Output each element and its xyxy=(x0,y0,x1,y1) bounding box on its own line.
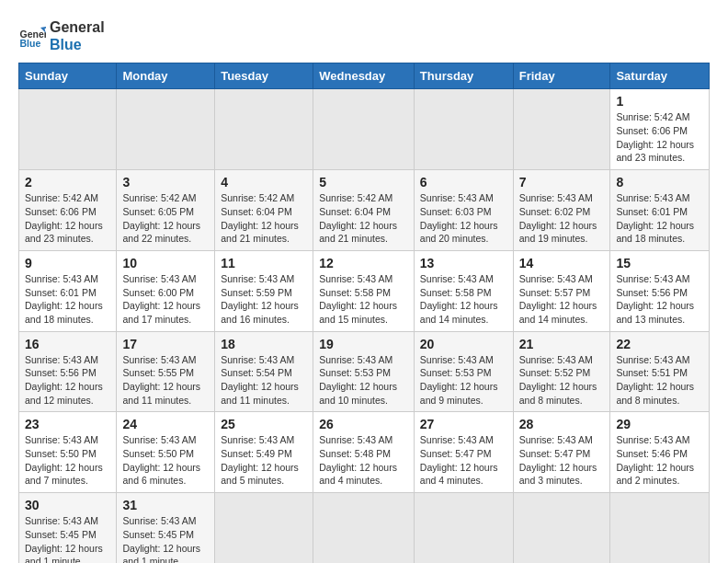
calendar-week-3: 9Sunrise: 5:43 AMSunset: 6:01 PMDaylight… xyxy=(19,250,710,331)
calendar-cell: 6Sunrise: 5:43 AMSunset: 6:03 PMDaylight… xyxy=(414,170,513,251)
calendar-cell: 16Sunrise: 5:43 AMSunset: 5:56 PMDayligh… xyxy=(19,331,117,412)
day-number: 23 xyxy=(25,417,110,431)
logo-line1: General xyxy=(50,18,105,36)
calendar-cell: 4Sunrise: 5:42 AMSunset: 6:04 PMDaylight… xyxy=(215,170,313,251)
calendar-cell: 14Sunrise: 5:43 AMSunset: 5:57 PMDayligh… xyxy=(513,250,610,331)
day-info: Sunrise: 5:43 AMSunset: 5:53 PMDaylight:… xyxy=(420,353,507,408)
calendar-cell: 21Sunrise: 5:43 AMSunset: 5:52 PMDayligh… xyxy=(513,331,610,412)
day-number: 30 xyxy=(25,498,110,512)
calendar-week-6: 30Sunrise: 5:43 AMSunset: 5:45 PMDayligh… xyxy=(19,493,710,563)
header-wednesday: Wednesday xyxy=(313,63,415,89)
day-info: Sunrise: 5:43 AMSunset: 5:56 PMDaylight:… xyxy=(25,353,110,408)
day-info: Sunrise: 5:42 AMSunset: 6:04 PMDaylight:… xyxy=(221,191,307,246)
day-info: Sunrise: 5:43 AMSunset: 6:00 PMDaylight:… xyxy=(122,272,209,327)
day-info: Sunrise: 5:43 AMSunset: 5:50 PMDaylight:… xyxy=(25,433,110,488)
page-header: General Blue General Blue xyxy=(18,18,710,53)
day-number: 27 xyxy=(420,417,507,431)
header-tuesday: Tuesday xyxy=(215,63,313,89)
calendar-cell: 18Sunrise: 5:43 AMSunset: 5:54 PMDayligh… xyxy=(215,331,313,412)
day-info: Sunrise: 5:43 AMSunset: 5:47 PMDaylight:… xyxy=(519,433,605,488)
day-number: 31 xyxy=(122,498,209,512)
day-info: Sunrise: 5:42 AMSunset: 6:05 PMDaylight:… xyxy=(122,191,209,246)
day-number: 3 xyxy=(122,175,209,190)
day-info: Sunrise: 5:43 AMSunset: 5:52 PMDaylight:… xyxy=(519,353,605,408)
calendar-cell xyxy=(610,493,710,563)
calendar-cell: 3Sunrise: 5:42 AMSunset: 6:05 PMDaylight… xyxy=(117,170,215,251)
day-info: Sunrise: 5:43 AMSunset: 6:01 PMDaylight:… xyxy=(616,191,703,246)
day-info: Sunrise: 5:42 AMSunset: 6:06 PMDaylight:… xyxy=(25,191,110,246)
logo-icon: General Blue xyxy=(18,22,46,50)
calendar-cell xyxy=(313,89,415,170)
day-info: Sunrise: 5:43 AMSunset: 5:45 PMDaylight:… xyxy=(25,514,110,563)
logo-line2: Blue xyxy=(50,36,105,53)
header-friday: Friday xyxy=(513,63,610,89)
day-info: Sunrise: 5:43 AMSunset: 5:50 PMDaylight:… xyxy=(122,433,209,488)
calendar-week-4: 16Sunrise: 5:43 AMSunset: 5:56 PMDayligh… xyxy=(19,331,710,412)
day-number: 25 xyxy=(221,417,307,431)
svg-text:Blue: Blue xyxy=(20,38,41,49)
calendar-cell xyxy=(215,493,313,563)
calendar-cell: 28Sunrise: 5:43 AMSunset: 5:47 PMDayligh… xyxy=(513,412,610,493)
calendar-week-5: 23Sunrise: 5:43 AMSunset: 5:50 PMDayligh… xyxy=(19,412,710,493)
day-info: Sunrise: 5:43 AMSunset: 5:56 PMDaylight:… xyxy=(616,272,703,327)
day-info: Sunrise: 5:43 AMSunset: 5:45 PMDaylight:… xyxy=(122,514,209,563)
calendar-cell xyxy=(414,89,513,170)
day-number: 2 xyxy=(25,175,110,190)
day-number: 1 xyxy=(616,94,703,109)
calendar-cell: 30Sunrise: 5:43 AMSunset: 5:45 PMDayligh… xyxy=(19,493,117,563)
day-number: 6 xyxy=(420,175,507,190)
day-number: 12 xyxy=(319,256,408,270)
header-monday: Monday xyxy=(117,63,215,89)
header-saturday: Saturday xyxy=(610,63,710,89)
calendar-cell: 8Sunrise: 5:43 AMSunset: 6:01 PMDaylight… xyxy=(610,170,710,251)
day-info: Sunrise: 5:43 AMSunset: 5:53 PMDaylight:… xyxy=(319,353,408,408)
calendar-cell: 12Sunrise: 5:43 AMSunset: 5:58 PMDayligh… xyxy=(313,250,415,331)
day-number: 14 xyxy=(519,256,605,270)
day-info: Sunrise: 5:42 AMSunset: 6:04 PMDaylight:… xyxy=(319,191,408,246)
day-number: 22 xyxy=(616,337,703,351)
day-info: Sunrise: 5:43 AMSunset: 6:01 PMDaylight:… xyxy=(25,272,110,327)
calendar-cell: 24Sunrise: 5:43 AMSunset: 5:50 PMDayligh… xyxy=(117,412,215,493)
day-number: 18 xyxy=(221,337,307,351)
calendar-cell: 15Sunrise: 5:43 AMSunset: 5:56 PMDayligh… xyxy=(610,250,710,331)
day-info: Sunrise: 5:43 AMSunset: 6:03 PMDaylight:… xyxy=(420,191,507,246)
day-number: 10 xyxy=(122,256,209,270)
day-number: 28 xyxy=(519,417,605,431)
calendar-cell: 11Sunrise: 5:43 AMSunset: 5:59 PMDayligh… xyxy=(215,250,313,331)
calendar-cell xyxy=(414,493,513,563)
calendar-cell: 9Sunrise: 5:43 AMSunset: 6:01 PMDaylight… xyxy=(19,250,117,331)
day-number: 8 xyxy=(616,175,703,190)
calendar-cell xyxy=(313,493,415,563)
day-number: 11 xyxy=(221,256,307,270)
day-info: Sunrise: 5:43 AMSunset: 5:54 PMDaylight:… xyxy=(221,353,307,408)
day-number: 17 xyxy=(122,337,209,351)
calendar-cell xyxy=(513,89,610,170)
day-number: 5 xyxy=(319,175,408,190)
calendar-cell: 22Sunrise: 5:43 AMSunset: 5:51 PMDayligh… xyxy=(610,331,710,412)
day-number: 7 xyxy=(519,175,605,190)
day-number: 4 xyxy=(221,175,307,190)
header-thursday: Thursday xyxy=(414,63,513,89)
calendar-cell: 25Sunrise: 5:43 AMSunset: 5:49 PMDayligh… xyxy=(215,412,313,493)
day-info: Sunrise: 5:43 AMSunset: 5:55 PMDaylight:… xyxy=(122,353,209,408)
calendar-cell: 13Sunrise: 5:43 AMSunset: 5:58 PMDayligh… xyxy=(414,250,513,331)
day-number: 26 xyxy=(319,417,408,431)
day-number: 19 xyxy=(319,337,408,351)
day-info: Sunrise: 5:43 AMSunset: 5:46 PMDaylight:… xyxy=(616,433,703,488)
calendar-cell: 10Sunrise: 5:43 AMSunset: 6:00 PMDayligh… xyxy=(117,250,215,331)
calendar-cell: 2Sunrise: 5:42 AMSunset: 6:06 PMDaylight… xyxy=(19,170,117,251)
calendar-cell: 31Sunrise: 5:43 AMSunset: 5:45 PMDayligh… xyxy=(117,493,215,563)
day-info: Sunrise: 5:43 AMSunset: 5:59 PMDaylight:… xyxy=(221,272,307,327)
day-info: Sunrise: 5:43 AMSunset: 5:48 PMDaylight:… xyxy=(319,433,408,488)
calendar-cell xyxy=(215,89,313,170)
day-number: 20 xyxy=(420,337,507,351)
calendar-cell: 1Sunrise: 5:42 AMSunset: 6:06 PMDaylight… xyxy=(610,89,710,170)
calendar-cell xyxy=(117,89,215,170)
calendar-cell: 17Sunrise: 5:43 AMSunset: 5:55 PMDayligh… xyxy=(117,331,215,412)
day-number: 16 xyxy=(25,337,110,351)
logo: General Blue General Blue xyxy=(18,18,105,53)
calendar-cell: 19Sunrise: 5:43 AMSunset: 5:53 PMDayligh… xyxy=(313,331,415,412)
calendar-cell: 5Sunrise: 5:42 AMSunset: 6:04 PMDaylight… xyxy=(313,170,415,251)
calendar-week-2: 2Sunrise: 5:42 AMSunset: 6:06 PMDaylight… xyxy=(19,170,710,251)
calendar-cell: 23Sunrise: 5:43 AMSunset: 5:50 PMDayligh… xyxy=(19,412,117,493)
